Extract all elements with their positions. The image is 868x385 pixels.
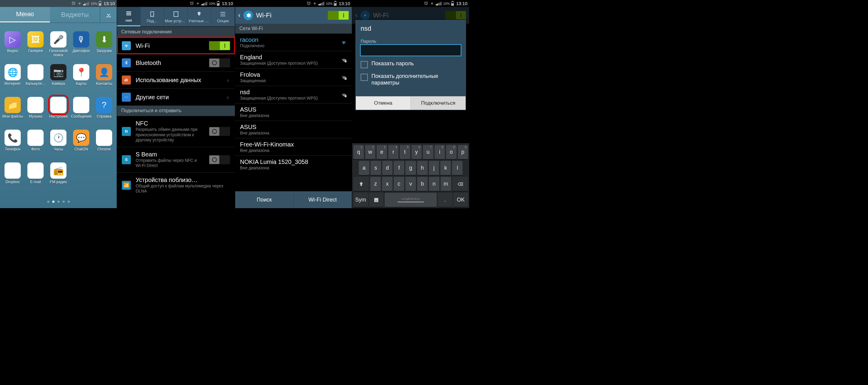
app-часы[interactable]: 🕐 Часы xyxy=(48,130,69,156)
row-other-nets[interactable]: ∙∙∙ Другие сети › xyxy=(117,89,235,105)
key-z[interactable]: z xyxy=(370,177,381,191)
cancel-button[interactable]: Отмена xyxy=(356,97,411,110)
key-f[interactable]: f xyxy=(394,161,404,175)
download-button[interactable] xyxy=(100,7,117,23)
settings-tab-0[interactable]: ния xyxy=(117,7,141,27)
settings-tab-3[interactable]: Учетные з… xyxy=(188,7,211,27)
app-калькуля…[interactable]: ⌨ Калькуля… xyxy=(25,64,46,90)
back-button[interactable]: ‹ xyxy=(238,11,240,19)
app-e-mail[interactable]: ✉ E-mail xyxy=(25,162,46,188)
key-e[interactable]: e xyxy=(377,145,387,159)
nfc-toggle[interactable] xyxy=(209,127,230,136)
wifi-net-nsd[interactable]: nsd Защищенная (Доступен протокол WPS) xyxy=(235,86,352,103)
row-nfc[interactable]: N NFCРазрешить обмен данными при прикосн… xyxy=(117,116,235,147)
app-fm-радио[interactable]: 📻 FM-радио xyxy=(48,162,69,188)
advanced-checkbox[interactable]: Показать дополнительные параметры xyxy=(361,73,461,86)
wifi-net-England[interactable]: England Защищенная (Доступен протокол WP… xyxy=(235,51,352,68)
key-l[interactable]: l xyxy=(452,161,463,175)
wifi-net-Frolova[interactable]: Frolova Защищенная xyxy=(235,68,352,86)
app-видео[interactable]: ▷ Видео xyxy=(2,31,24,57)
key-p[interactable]: p xyxy=(458,145,468,159)
bluetooth-toggle[interactable] xyxy=(209,58,230,67)
row-nearby[interactable]: 📶 Устройства поблизо…Общий доступ к файл… xyxy=(117,172,235,198)
wifi-master-toggle[interactable] xyxy=(445,11,466,20)
settings-tab-1[interactable]: Под… xyxy=(141,7,164,27)
key-s[interactable]: s xyxy=(371,161,381,175)
search-button[interactable]: Поиск xyxy=(235,191,293,208)
app-мои-файлы[interactable]: 📁 Мои файлы xyxy=(2,97,24,123)
app-label: Диктофон xyxy=(72,49,90,57)
key-v[interactable]: v xyxy=(405,177,416,191)
app-фото[interactable]: ✦ Фото xyxy=(25,130,46,156)
app-dropbox[interactable]: ⬢ Dropbox xyxy=(2,162,24,188)
back-button[interactable]: ‹ xyxy=(355,11,357,19)
key-j[interactable]: j xyxy=(429,161,439,175)
app-сообщения[interactable]: ✉ Сообщения xyxy=(70,97,92,123)
app-камера[interactable]: 📷 Камера xyxy=(48,64,69,90)
svg-rect-4 xyxy=(345,77,346,78)
key-y[interactable]: y xyxy=(411,145,422,159)
key-t[interactable]: t xyxy=(400,145,410,159)
tab-menu[interactable]: Меню xyxy=(0,7,50,23)
key-d[interactable]: d xyxy=(382,161,393,175)
app-chrome[interactable]: ◉ Chrome xyxy=(93,130,115,156)
app-диктофон[interactable]: 🎙 Диктофон xyxy=(70,31,92,57)
settings-tab-4[interactable]: Опции xyxy=(211,7,235,27)
tab-widgets[interactable]: Виджеты xyxy=(50,7,100,23)
key-r[interactable]: r xyxy=(388,145,399,159)
app-телефон[interactable]: 📞 Телефон xyxy=(2,130,24,156)
key-g[interactable]: g xyxy=(405,161,416,175)
key-m[interactable]: m xyxy=(441,177,451,191)
key-emoji[interactable] xyxy=(369,193,383,207)
app-галерея[interactable]: 🖼 Галерея xyxy=(25,31,46,57)
sbeam-toggle[interactable] xyxy=(209,155,230,164)
row-data-usage[interactable]: Использование данных › xyxy=(117,71,235,89)
row-sbeam[interactable]: S S BeamОтправить файлы через NFC и Wi-F… xyxy=(117,147,235,172)
show-password-checkbox[interactable]: Показать пароль xyxy=(361,60,461,68)
key-n[interactable]: n xyxy=(429,177,439,191)
key-k[interactable]: k xyxy=(440,161,451,175)
key-w[interactable]: w xyxy=(365,145,376,159)
row-wifi[interactable]: Wi-Fi xyxy=(117,37,235,54)
app-контакты[interactable]: 👤 Контакты xyxy=(93,64,115,90)
password-input[interactable] xyxy=(361,45,461,56)
app-музыка[interactable]: ▶ Музыка xyxy=(25,97,46,123)
app-icon: ⚙ xyxy=(50,97,66,113)
key-period[interactable]: . xyxy=(438,193,452,207)
key-ok[interactable]: OK xyxy=(454,193,468,207)
key-c[interactable]: c xyxy=(394,177,404,191)
key-x[interactable]: x xyxy=(382,177,393,191)
wifi-direct-button[interactable]: Wi-Fi Direct xyxy=(293,191,352,208)
wifi-net-Free-Wi-Fi-Kinomax[interactable]: Free-Wi-Fi-Kinomax Вне диапазона xyxy=(235,138,352,156)
key-q[interactable]: q xyxy=(353,145,364,159)
wifi-status-icon xyxy=(195,1,200,6)
key-shift[interactable] xyxy=(353,177,369,191)
row-bluetooth[interactable]: Bluetooth xyxy=(117,54,235,71)
wifi-net-racoon[interactable]: racoon Подключено xyxy=(235,33,352,51)
app-настройки[interactable]: ⚙ Настройки xyxy=(48,97,69,123)
key-sym[interactable]: Sym xyxy=(353,193,368,207)
key-u[interactable]: u xyxy=(423,145,433,159)
section-net: Сетевые подключения xyxy=(117,27,235,37)
key-i[interactable]: i xyxy=(435,145,445,159)
app-справка[interactable]: ? Справка xyxy=(93,97,115,123)
app-голосовой-поиск[interactable]: 🎤 Голосовой поиск xyxy=(48,31,69,57)
app-загрузки[interactable]: ⬇ Загрузки xyxy=(93,31,115,57)
app-интернет[interactable]: 🌐 Интернет xyxy=(2,64,24,90)
app-chaton[interactable]: 💬 ChatON xyxy=(70,130,92,156)
key-b[interactable]: b xyxy=(417,177,428,191)
wifi-net-NOKIA Lumia 1520_3058[interactable]: NOKIA Lumia 1520_3058 Вне диапазона xyxy=(235,156,352,173)
key-a[interactable]: a xyxy=(359,161,369,175)
wifi-master-toggle[interactable] xyxy=(328,11,349,20)
app-label: Музыка xyxy=(29,114,42,123)
key-backspace[interactable] xyxy=(452,177,468,191)
key-o[interactable]: o xyxy=(446,145,457,159)
connect-button[interactable]: Подключиться xyxy=(411,97,466,110)
key-space[interactable]: ◂ English(UK) ▸ xyxy=(385,193,437,207)
wifi-net-ASUS[interactable]: ASUS Вне диапазона xyxy=(235,103,352,121)
key-h[interactable]: h xyxy=(417,161,428,175)
wifi-net-ASUS[interactable]: ASUS Вне диапазона xyxy=(235,121,352,138)
app-карты[interactable]: 📍 Карты xyxy=(70,64,92,90)
wifi-toggle[interactable] xyxy=(209,41,230,50)
settings-tab-2[interactable]: Мое устро… xyxy=(164,7,188,27)
